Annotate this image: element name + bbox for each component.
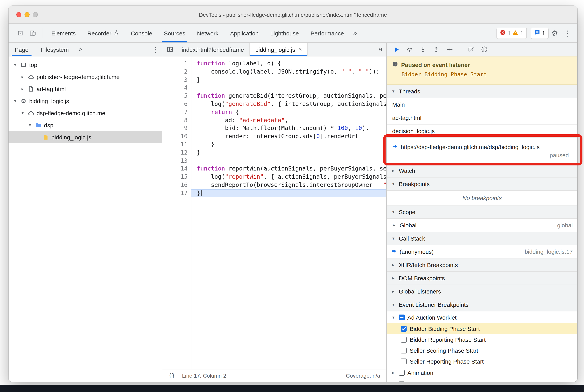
scope-global-row[interactable]: Global global: [387, 219, 578, 232]
tree-item-publisher-fledge-demo-glitch-me[interactable]: publisher-fledge-demo.glitch.me: [8, 71, 162, 83]
elb-group-animation[interactable]: Animation: [387, 367, 578, 378]
global-listeners-section-header[interactable]: Global Listeners: [387, 285, 578, 298]
elb-event-seller-reporting-phase-start[interactable]: Seller Reporting Phase Start: [387, 356, 578, 367]
chevron-right-icon[interactable]: [20, 86, 25, 92]
chevron-right-icon[interactable]: [391, 382, 396, 382]
checkbox-indeterminate[interactable]: [399, 314, 405, 320]
threads-section-header[interactable]: Threads: [387, 85, 578, 98]
code-line[interactable]: log("reportWin", { auctionSignals, perBu…: [191, 173, 386, 181]
chevron-down-icon[interactable]: [391, 315, 396, 320]
tree-item-bidding-logic-js[interactable]: bidding_logic.js: [8, 131, 162, 143]
checkbox-unchecked[interactable]: [399, 381, 405, 382]
pretty-print-button[interactable]: {}: [168, 372, 175, 379]
line-number[interactable]: 5: [162, 92, 187, 100]
elb-group-canvas[interactable]: Canvas: [387, 378, 578, 382]
navigator-kebab-menu-icon[interactable]: [149, 43, 162, 56]
tab-elements[interactable]: Elements: [45, 24, 81, 42]
line-number[interactable]: 11: [162, 140, 187, 149]
issues-button[interactable]: 1: [531, 28, 549, 39]
navigator-toggle-icon[interactable]: [164, 43, 176, 56]
tab-network[interactable]: Network: [191, 24, 224, 42]
settings-gear-icon[interactable]: ⚙: [549, 27, 561, 39]
code-line[interactable]: }: [191, 189, 386, 197]
tree-item-ad-tag-html[interactable]: ad-tag.html: [8, 83, 162, 95]
line-number[interactable]: 3: [162, 76, 187, 84]
resume-icon[interactable]: [390, 43, 403, 56]
code-line[interactable]: render: interestGroup.ads[0].renderUrl: [191, 132, 386, 140]
tree-item-dsp-fledge-demo-glitch-me[interactable]: dsp-fledge-demo.glitch.me: [8, 107, 162, 119]
tab-application[interactable]: Application: [224, 24, 265, 42]
tab-console[interactable]: Console: [125, 24, 158, 42]
code-line[interactable]: [191, 157, 386, 165]
pause-on-exceptions-icon[interactable]: [478, 43, 491, 56]
console-errors-warnings-button[interactable]: 1 1: [496, 28, 527, 39]
editor-tab-bidding-logic[interactable]: bidding_logic.js: [250, 43, 308, 56]
line-number[interactable]: 12: [162, 149, 187, 157]
code-area[interactable]: 1234567891011121314151617 function log(l…: [162, 56, 386, 369]
code-line[interactable]: }: [191, 149, 386, 157]
code-line[interactable]: bid: Math.floor(Math.random() * 100, 10)…: [191, 124, 386, 132]
deactivate-breakpoints-icon[interactable]: [465, 43, 478, 56]
thread-row-paused[interactable]: https://dsp-fledge-demo.glitch.me/dsp/bi…: [387, 138, 578, 164]
thread-row[interactable]: ad-tag.html: [387, 111, 578, 124]
line-number[interactable]: 10: [162, 132, 187, 140]
line-number[interactable]: 6: [162, 100, 187, 108]
code-line[interactable]: function reportWin(auctionSignals, perBu…: [191, 165, 386, 173]
line-number[interactable]: 16: [162, 181, 187, 189]
chevron-down-icon[interactable]: [20, 110, 25, 116]
step-out-icon[interactable]: [430, 43, 443, 56]
elb-event-bidder-bidding-phase-start[interactable]: Bidder Bidding Phase Start: [387, 323, 578, 334]
line-number[interactable]: 15: [162, 173, 187, 181]
tab-page[interactable]: Page: [8, 43, 35, 56]
line-number[interactable]: 9: [162, 124, 187, 132]
more-panels-icon[interactable]: [350, 29, 361, 37]
elb-group-ad-auction-worklet[interactable]: Ad Auction Worklet: [387, 312, 578, 323]
tab-sources[interactable]: Sources: [158, 24, 191, 42]
thread-row[interactable]: decision_logic.js: [387, 124, 578, 138]
line-number[interactable]: 13: [162, 157, 187, 165]
call-stack-section-header[interactable]: Call Stack: [387, 232, 578, 245]
chevron-right-icon[interactable]: [391, 370, 396, 375]
breakpoints-section-header[interactable]: Breakpoints: [387, 178, 578, 191]
tab-recorder[interactable]: Recorder: [81, 24, 125, 42]
device-toolbar-icon[interactable]: [26, 27, 39, 39]
event-listener-breakpoints-section-header[interactable]: Event Listener Breakpoints: [387, 298, 578, 312]
tab-lighthouse[interactable]: Lighthouse: [264, 24, 305, 42]
code-line[interactable]: sendReportTo(browserSignals.interestGrou…: [191, 181, 386, 189]
code-line[interactable]: [191, 84, 386, 92]
tree-item-bidding-logic-js[interactable]: ⚙bidding_logic.js: [8, 95, 162, 107]
line-number[interactable]: 1: [162, 60, 187, 68]
elb-event-seller-scoring-phase-start[interactable]: Seller Scoring Phase Start: [387, 345, 578, 356]
navigator-more-tabs-icon[interactable]: [75, 46, 86, 53]
line-number[interactable]: 8: [162, 116, 187, 124]
watch-section-header[interactable]: Watch: [387, 164, 578, 178]
code-line[interactable]: function generateBid(interestGroup, auct…: [191, 92, 386, 100]
step-over-icon[interactable]: [403, 43, 416, 56]
chevron-down-icon[interactable]: [27, 122, 33, 128]
scope-section-header[interactable]: Scope: [387, 206, 578, 219]
code-line[interactable]: function log(label, o) {: [191, 60, 386, 68]
code-line[interactable]: log("generateBid", { interestGroup, auct…: [191, 100, 386, 108]
xhr-breakpoints-section-header[interactable]: XHR/fetch Breakpoints: [387, 258, 578, 272]
dom-breakpoints-section-header[interactable]: DOM Breakpoints: [387, 272, 578, 285]
open-sources-panel-icon[interactable]: [374, 43, 386, 56]
tab-performance[interactable]: Performance: [305, 24, 350, 42]
checkbox-checked[interactable]: [401, 326, 407, 332]
inspect-icon[interactable]: [14, 27, 26, 39]
tree-item-dsp[interactable]: dsp: [8, 119, 162, 131]
chevron-down-icon[interactable]: [12, 98, 18, 104]
code-line[interactable]: }: [191, 140, 386, 149]
kebab-menu-icon[interactable]: [561, 27, 574, 39]
tab-filesystem[interactable]: Filesystem: [35, 43, 75, 56]
line-number[interactable]: 7: [162, 108, 187, 116]
checkbox-unchecked[interactable]: [399, 370, 405, 376]
checkbox-unchecked[interactable]: [401, 336, 407, 342]
call-stack-frame[interactable]: (anonymous) bidding_logic.js:17: [387, 245, 578, 258]
editor-tab-index-html[interactable]: index.html?fencedframe: [176, 43, 250, 56]
chevron-down-icon[interactable]: [12, 62, 18, 67]
step-icon[interactable]: [443, 43, 456, 56]
code-line[interactable]: }: [191, 76, 386, 84]
checkbox-unchecked[interactable]: [401, 358, 407, 364]
close-tab-icon[interactable]: [298, 46, 302, 53]
line-number[interactable]: 2: [162, 68, 187, 76]
